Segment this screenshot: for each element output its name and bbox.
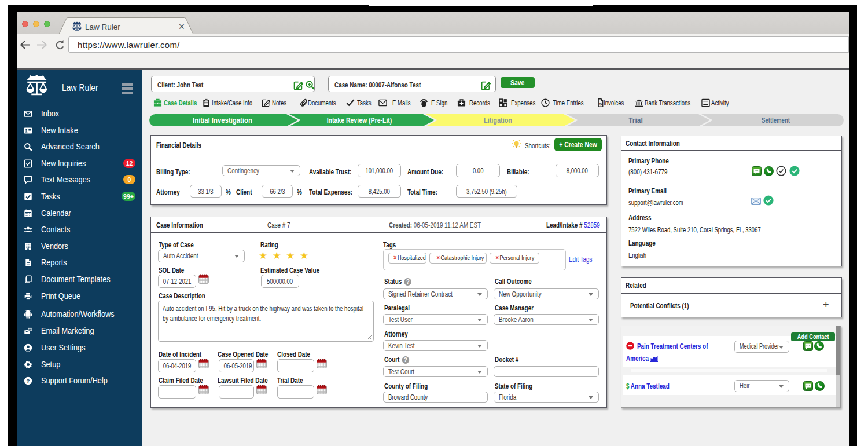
svg-text:Intake Review (Pre-Lit): Intake Review (Pre-Lit)	[327, 116, 392, 125]
svg-text:Settlement: Settlement	[762, 116, 790, 125]
svg-text:Trial: Trial	[628, 116, 643, 125]
svg-text:?: ?	[27, 378, 30, 384]
svg-text:Litigation: Litigation	[484, 116, 512, 125]
svg-text:$: $	[599, 101, 602, 107]
svg-text:Initial Investigation: Initial Investigation	[193, 116, 252, 125]
